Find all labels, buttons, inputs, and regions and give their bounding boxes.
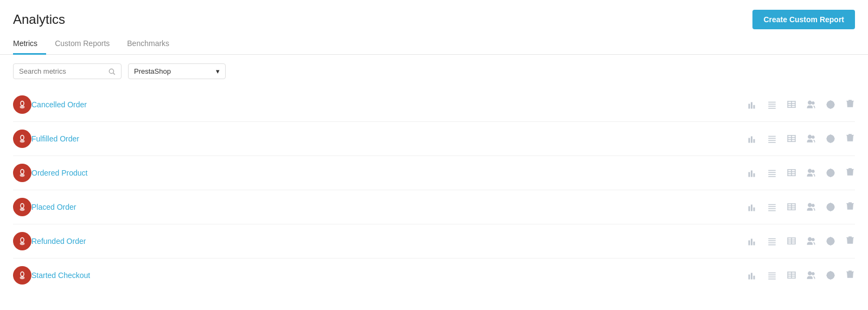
svg-rect-62: [795, 169, 796, 176]
table-icon[interactable]: [787, 270, 796, 280]
svg-rect-51: [754, 173, 755, 177]
bar-chart-icon[interactable]: [748, 134, 757, 144]
svg-rect-71: [751, 205, 752, 211]
avatar: [13, 130, 31, 148]
svg-point-48: [20, 174, 25, 177]
svg-point-105: [808, 237, 812, 241]
tab-benchmarks[interactable]: Benchmarks: [118, 34, 178, 55]
delete-icon[interactable]: [845, 269, 855, 281]
users-icon[interactable]: [806, 168, 816, 178]
bar-chart-icon[interactable]: [748, 270, 757, 280]
delete-icon[interactable]: [845, 167, 855, 179]
metric-actions: [748, 235, 855, 247]
table-icon[interactable]: [787, 100, 796, 109]
svg-rect-117: [768, 276, 776, 277]
list-icon[interactable]: [767, 100, 777, 109]
page-header: Analytics Create Custom Report: [0, 0, 868, 29]
bar-chart-icon[interactable]: [748, 100, 757, 109]
table-row: Placed Order: [13, 190, 855, 224]
metric-name[interactable]: Fulfilled Order: [31, 134, 748, 143]
globe-icon[interactable]: [826, 270, 835, 280]
create-custom-report-button[interactable]: Create Custom Report: [752, 10, 855, 29]
svg-rect-125: [795, 272, 796, 279]
bar-chart-icon[interactable]: [748, 236, 757, 246]
delete-icon[interactable]: [845, 133, 855, 145]
svg-rect-75: [768, 208, 776, 209]
metric-name[interactable]: Cancelled Order: [31, 100, 748, 109]
svg-point-64: [812, 170, 815, 173]
svg-rect-29: [751, 137, 752, 143]
table-icon[interactable]: [787, 134, 796, 144]
svg-rect-12: [768, 106, 776, 107]
avatar: [13, 198, 31, 216]
dropdown-value: PrestaShop: [134, 67, 171, 75]
svg-rect-83: [795, 203, 796, 210]
svg-rect-104: [795, 237, 796, 244]
svg-rect-91: [749, 241, 750, 246]
svg-rect-95: [768, 241, 776, 242]
svg-point-5: [20, 106, 25, 109]
svg-rect-7: [751, 102, 752, 109]
bar-chart-icon[interactable]: [748, 202, 757, 212]
globe-icon[interactable]: [826, 168, 835, 178]
table-icon[interactable]: [787, 236, 796, 246]
page-title: Analytics: [13, 12, 65, 27]
globe-icon[interactable]: [826, 236, 835, 246]
svg-rect-102: [788, 237, 789, 244]
svg-rect-41: [795, 135, 796, 142]
metric-name[interactable]: Ordered Product: [31, 169, 748, 177]
globe-icon[interactable]: [826, 202, 835, 212]
svg-rect-49: [749, 172, 750, 177]
bar-chart-icon[interactable]: [748, 168, 757, 178]
list-icon[interactable]: [767, 134, 777, 144]
svg-rect-113: [751, 273, 752, 280]
users-icon[interactable]: [806, 134, 816, 144]
table-row: Ordered Product: [13, 156, 855, 190]
svg-point-0: [109, 69, 113, 73]
svg-rect-10: [768, 102, 776, 103]
svg-point-90: [20, 242, 25, 246]
users-icon[interactable]: [806, 236, 816, 246]
svg-rect-39: [788, 135, 789, 142]
svg-rect-73: [768, 204, 776, 205]
metric-name[interactable]: Placed Order: [31, 203, 748, 211]
svg-rect-8: [754, 105, 755, 109]
search-box[interactable]: [13, 63, 122, 79]
svg-point-85: [812, 204, 815, 207]
svg-point-84: [808, 203, 812, 206]
svg-rect-40: [791, 135, 792, 142]
table-icon[interactable]: [787, 168, 796, 178]
svg-rect-52: [768, 170, 776, 171]
tab-custom-reports[interactable]: Custom Reports: [46, 34, 118, 55]
globe-icon[interactable]: [826, 134, 835, 144]
metric-actions: [748, 133, 855, 145]
list-icon[interactable]: [767, 168, 777, 178]
delete-icon[interactable]: [845, 99, 855, 111]
svg-point-126: [808, 272, 812, 275]
users-icon[interactable]: [806, 100, 816, 109]
svg-point-89: [21, 238, 23, 242]
globe-icon[interactable]: [826, 100, 835, 109]
svg-rect-19: [791, 101, 792, 108]
tab-metrics[interactable]: Metrics: [13, 34, 46, 55]
tab-bar: Metrics Custom Reports Benchmarks: [0, 34, 868, 55]
delete-icon[interactable]: [845, 201, 855, 213]
platform-dropdown[interactable]: PrestaShop ▾: [128, 63, 226, 79]
list-icon[interactable]: [767, 202, 777, 212]
svg-rect-118: [768, 279, 776, 280]
metric-name[interactable]: Refunded Order: [31, 237, 748, 246]
users-icon[interactable]: [806, 270, 816, 280]
svg-point-42: [808, 135, 812, 138]
list-icon[interactable]: [767, 270, 777, 280]
svg-rect-92: [751, 239, 752, 246]
list-icon[interactable]: [767, 236, 777, 246]
table-icon[interactable]: [787, 202, 796, 212]
delete-icon[interactable]: [845, 235, 855, 247]
users-icon[interactable]: [806, 202, 816, 212]
metric-name[interactable]: Started Checkout: [31, 271, 748, 280]
search-input[interactable]: [19, 67, 108, 75]
table-row: Cancelled Order: [13, 88, 855, 122]
metric-actions: [748, 167, 855, 179]
svg-rect-93: [754, 242, 755, 246]
svg-rect-72: [754, 208, 755, 211]
